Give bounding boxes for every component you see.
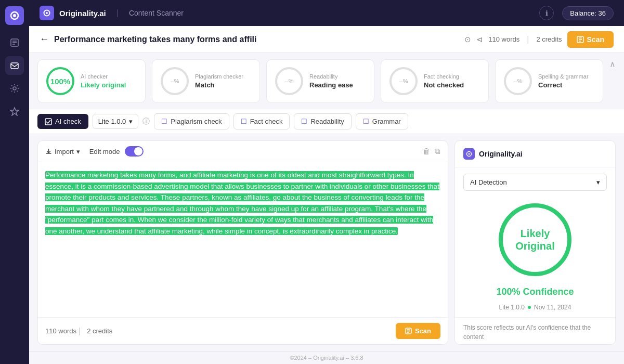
svg-marker-8: [10, 108, 19, 115]
grammar-button[interactable]: ☐ Grammar: [356, 113, 408, 129]
spelling-category: Spelling & grammar: [538, 73, 589, 80]
plagiarism-checkbox-icon: ☐: [161, 118, 167, 125]
model-info-icon[interactable]: ⓘ: [142, 117, 150, 126]
originality-logo: [463, 148, 475, 160]
spelling-label: Correct: [538, 81, 589, 89]
app-logo: [5, 6, 24, 25]
fact-category: Fact checking: [424, 73, 464, 80]
words-count: 110 words: [488, 35, 519, 43]
ai-stat-labels: AI checker Likely original: [81, 73, 126, 89]
info-button[interactable]: ℹ: [539, 6, 554, 20]
stat-card-fact: --% Fact checking Not checked: [381, 59, 489, 103]
svg-point-10: [46, 12, 48, 14]
info-icon[interactable]: ⊙: [464, 35, 471, 44]
svg-rect-15: [45, 119, 51, 125]
confidence-percentage: 100% Confidence: [455, 282, 615, 302]
model-selector[interactable]: Lite 1.0.0 ▾: [93, 114, 139, 129]
collapse-button[interactable]: ∧: [609, 59, 616, 69]
editor-text-area[interactable]: Performance marketing takes many forms, …: [38, 162, 448, 317]
back-button[interactable]: ←: [40, 34, 49, 45]
scan-button-header[interactable]: Scan: [567, 31, 614, 48]
readability-stat-labels: Readability Reading ease: [309, 73, 353, 89]
editor-toolbar: Import ▾ Edit mode 🗑 ⧉: [38, 141, 448, 162]
edit-mode-label: Edit mode: [89, 148, 120, 155]
right-panel-scroll[interactable]: AI Detection ▾ LikelyOriginal 100% Confi…: [455, 167, 615, 344]
result-description: This score reflects our AI's confidence …: [455, 317, 615, 344]
ai-check-label: AI check: [55, 118, 81, 125]
plagiarism-check-button[interactable]: ☐ Plagiarism check: [154, 113, 229, 129]
plagiarism-score-circle: --%: [161, 67, 189, 95]
header-actions: ⊙ ⊲ 110 words | 2 credits Scan: [464, 31, 614, 48]
detection-type-selector[interactable]: AI Detection ▾: [463, 174, 607, 191]
stat-card-ai: 100% AI checker Likely original: [37, 59, 146, 103]
readability-label: Reading ease: [309, 81, 353, 89]
page-title: Performance marketing takes many forms a…: [54, 35, 459, 44]
svg-point-7: [13, 87, 16, 90]
sidebar-item-scanner[interactable]: [5, 33, 24, 52]
sidebar-item-inbox[interactable]: [5, 56, 24, 75]
copy-icon[interactable]: ⧉: [435, 147, 440, 156]
footer-scan-label: Scan: [415, 327, 431, 335]
plagiarism-category: Plagiarism checker: [195, 73, 243, 80]
sidebar-item-favorites[interactable]: [5, 102, 24, 121]
fact-score-circle: --%: [389, 67, 418, 95]
share-icon[interactable]: ⊲: [476, 35, 483, 44]
plagiarism-check-label: Plagiarism check: [171, 118, 222, 125]
fact-stat-labels: Fact checking Not checked: [424, 73, 464, 89]
page-footer: ©2024 – Originality.ai – 3.6.8: [29, 351, 624, 364]
footer-words: 110 words: [45, 327, 76, 335]
tools-toolbar: AI check Lite 1.0.0 ▾ ⓘ ☐ Plagiarism che…: [29, 109, 624, 134]
readability-category: Readability: [309, 73, 353, 80]
grammar-checkbox-icon: ☐: [363, 118, 369, 125]
detection-chevron-icon: ▾: [596, 178, 600, 186]
top-navigation: Originality.ai | Content Scanner ℹ Balan…: [29, 0, 624, 26]
plagiarism-label: Match: [195, 81, 243, 89]
svg-rect-6: [11, 63, 18, 69]
spelling-score-circle: --%: [504, 67, 532, 95]
meta-dot: [528, 306, 531, 309]
footer-text: ©2024 – Originality.ai – 3.6.8: [290, 355, 363, 361]
result-circle-text: LikelyOriginal: [515, 227, 555, 252]
stat-card-spelling: --% Spelling & grammar Correct: [495, 59, 603, 103]
fact-check-label: Fact check: [250, 118, 283, 125]
ai-score-circle: 100%: [46, 67, 74, 95]
stat-card-readability: --% Readability Reading ease: [266, 59, 374, 103]
model-label: Lite 1.0.0: [98, 118, 126, 125]
svg-point-21: [469, 153, 470, 155]
editor-actions: 🗑 ⧉: [423, 147, 440, 156]
grammar-label: Grammar: [372, 118, 401, 125]
edit-mode-toggle[interactable]: [125, 146, 144, 157]
readability-score-circle: --%: [275, 67, 303, 95]
detection-type-label: AI Detection: [470, 178, 507, 186]
import-chevron: ▾: [76, 148, 80, 155]
plagiarism-stat-labels: Plagiarism checker Match: [195, 73, 243, 89]
ai-check-button[interactable]: AI check: [37, 114, 88, 129]
brand-name: Originality.ai: [59, 9, 106, 18]
editor-footer: 110 words | 2 credits Scan: [38, 317, 448, 344]
ai-category: AI checker: [81, 73, 126, 80]
footer-credits: 2 credits: [87, 327, 112, 335]
model-meta: Lite 1.0.0: [499, 304, 525, 311]
ai-label: Likely original: [81, 81, 126, 89]
editor-container: Import ▾ Edit mode 🗑 ⧉ Performance marke…: [29, 134, 624, 351]
readability-button[interactable]: ☐ Readability: [294, 113, 351, 129]
date-meta: Nov 11, 2024: [534, 304, 571, 311]
spelling-stat-labels: Spelling & grammar Correct: [538, 73, 589, 89]
stat-card-plagiarism: --% Plagiarism checker Match: [152, 59, 260, 103]
brand-logo: Originality.ai: [40, 6, 106, 20]
sidebar-item-settings[interactable]: [5, 79, 24, 98]
fact-checkbox-icon: ☐: [241, 118, 247, 125]
scan-button-footer[interactable]: Scan: [396, 323, 440, 339]
sidebar: [0, 0, 29, 364]
delete-icon[interactable]: 🗑: [423, 147, 431, 156]
fact-label: Not checked: [424, 81, 464, 89]
readability-label: Readability: [310, 118, 344, 125]
brand-icon: [40, 6, 54, 20]
model-chevron-icon: ▾: [129, 118, 133, 125]
readability-checkbox-icon: ☐: [301, 118, 307, 125]
fact-check-button[interactable]: ☐ Fact check: [233, 113, 290, 129]
app-subtitle: Content Scanner: [129, 9, 184, 17]
result-meta: Lite 1.0.0 Nov 11, 2024: [455, 302, 615, 317]
stats-row: 100% AI checker Likely original --% Plag…: [29, 53, 624, 109]
import-button[interactable]: Import ▾: [45, 148, 80, 155]
